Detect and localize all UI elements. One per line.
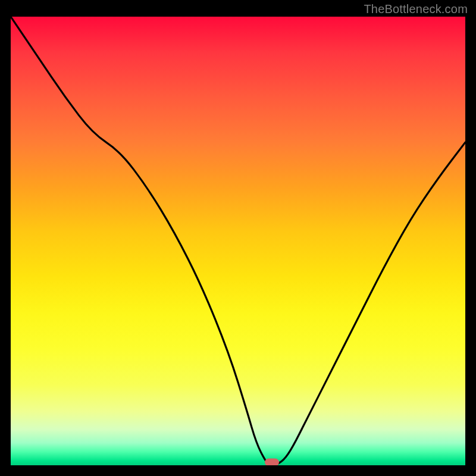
bottleneck-curve bbox=[11, 17, 465, 465]
chart-plot-area bbox=[11, 17, 465, 465]
minimum-marker bbox=[265, 459, 279, 466]
watermark-text: TheBottleneck.com bbox=[364, 2, 468, 16]
